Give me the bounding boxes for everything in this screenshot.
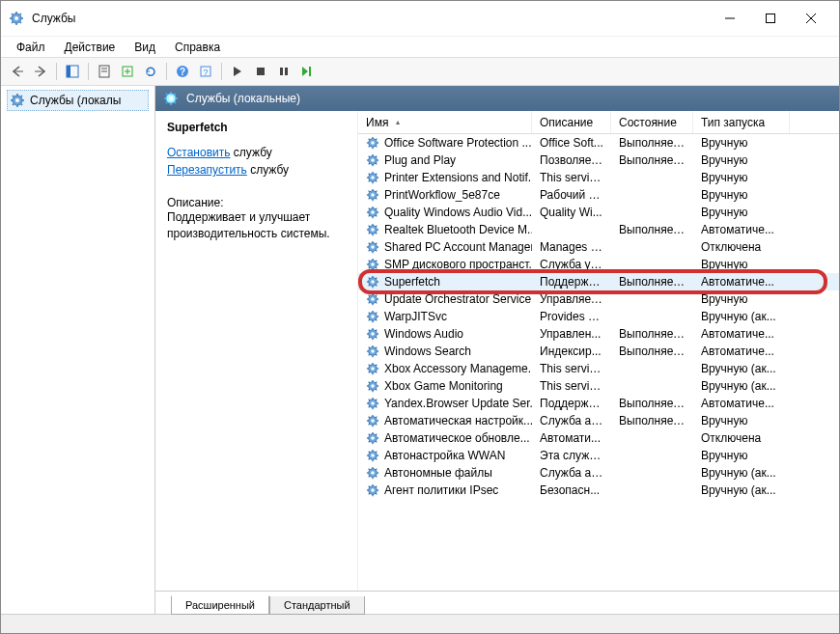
selected-service-name: Superfetch (167, 121, 346, 134)
menu-file[interactable]: Файл (9, 39, 53, 56)
service-icon (366, 136, 379, 150)
stop-link[interactable]: Остановить (167, 146, 231, 159)
service-name: Shared PC Account Manager (384, 240, 532, 254)
service-name: Printer Extensions and Notif... (384, 171, 532, 184)
col-header-description[interactable]: Описание (532, 111, 611, 133)
service-startup: Отключена (693, 431, 790, 445)
service-desc: Автомати... (532, 431, 611, 445)
service-startup: Вручную (ак... (693, 362, 790, 375)
service-rows[interactable]: Office Software Protection ...Office Sof… (358, 134, 839, 591)
col-header-startup[interactable]: Тип запуска (693, 111, 790, 133)
service-name-cell: Plug and Play (358, 153, 532, 167)
service-row[interactable]: Realtek Bluetooth Device M...Выполняется… (358, 221, 839, 238)
services-tree-icon (10, 93, 25, 108)
help-topics-button[interactable]: ? (195, 61, 216, 82)
service-state: Выполняется (611, 327, 693, 341)
service-desc: This servic... (532, 171, 611, 184)
pause-service-button[interactable] (273, 61, 294, 82)
svg-text:?: ? (203, 68, 208, 77)
service-name: Windows Audio (384, 327, 463, 341)
service-startup: Автоматиче... (693, 223, 790, 236)
service-name: Quality Windows Audio Vid... (384, 206, 532, 219)
service-icon (366, 466, 379, 480)
service-startup: Автоматиче... (693, 327, 790, 341)
service-row[interactable]: Xbox Game MonitoringThis servic...Вручну… (358, 377, 839, 395)
service-name: Realtek Bluetooth Device M... (384, 223, 532, 236)
panel-header: Службы (локальные) (155, 86, 839, 111)
service-icon (366, 188, 379, 202)
menu-help[interactable]: Справка (167, 39, 228, 56)
service-row[interactable]: Update Orchestrator ServiceУправляет...В… (358, 290, 839, 308)
service-icon (366, 258, 379, 271)
back-button[interactable] (7, 61, 28, 82)
service-row[interactable]: Агент политики IPsecБезопасн...Вручную (… (358, 482, 839, 499)
service-name-cell: Shared PC Account Manager (358, 240, 532, 254)
menu-view[interactable]: Вид (126, 39, 163, 56)
service-name-cell: Office Software Protection ... (358, 136, 532, 150)
service-row[interactable]: Printer Extensions and Notif...This serv… (358, 169, 839, 186)
tree-root-services[interactable]: Службы (локалы (7, 90, 149, 111)
minimize-button[interactable] (710, 4, 750, 33)
service-startup: Автоматиче... (693, 275, 790, 289)
help-button[interactable]: ? (172, 61, 193, 82)
refresh-button[interactable] (140, 61, 161, 82)
description-label: Описание: (167, 196, 346, 209)
service-row[interactable]: Автонастройка WWANЭта служб...Вручную (358, 447, 839, 464)
service-name-cell: Windows Audio (358, 327, 532, 341)
menu-action[interactable]: Действие (57, 39, 124, 56)
service-desc: Служба уз... (532, 258, 611, 271)
restart-service-button[interactable] (296, 61, 318, 82)
service-icon (366, 275, 379, 289)
tab-extended[interactable]: Расширенный (171, 595, 269, 615)
col-header-state[interactable]: Состояние (611, 111, 693, 133)
service-name: Автономные файлы (384, 466, 492, 480)
col-header-name[interactable]: Имя ▴ (358, 111, 532, 133)
export-button[interactable] (117, 61, 138, 82)
service-icon (366, 292, 379, 306)
restart-link[interactable]: Перезапустить (167, 163, 247, 177)
service-row[interactable]: Автоматическое обновле...Автомати...Откл… (358, 429, 839, 447)
service-row[interactable]: Windows SearchИндексир...ВыполняетсяАвто… (358, 343, 839, 360)
service-row[interactable]: PrintWorkflow_5e87ceРабочий п...Вручную (358, 186, 839, 204)
service-desc: Служба ав... (532, 466, 611, 480)
start-service-button[interactable] (227, 61, 248, 82)
service-row[interactable]: WarpJITSvcProvides a ...Вручную (ак... (358, 308, 839, 325)
service-row[interactable]: Quality Windows Audio Vid...Quality Wi..… (358, 204, 839, 221)
service-startup: Вручную (693, 449, 790, 462)
service-state: Выполняется (611, 223, 693, 236)
stop-suffix: службу (231, 146, 272, 159)
tab-standard[interactable]: Стандартный (269, 596, 365, 615)
service-row[interactable]: Plug and PlayПозволяет...ВыполняетсяВруч… (358, 152, 839, 169)
service-row[interactable]: SMP дискового пространст...Служба уз...В… (358, 256, 839, 273)
service-name: Superfetch (384, 275, 440, 289)
forward-button[interactable] (30, 61, 51, 82)
service-name: WarpJITSvc (384, 310, 447, 323)
service-icon (366, 153, 379, 167)
service-row[interactable]: Автономные файлыСлужба ав...Вручную (ак.… (358, 464, 839, 482)
maximize-button[interactable] (750, 4, 791, 33)
service-icon (366, 345, 379, 358)
stop-service-button[interactable] (250, 61, 271, 82)
service-name: SMP дискового пространст... (384, 258, 532, 271)
service-name-cell: Автономные файлы (358, 466, 532, 480)
service-icon (366, 379, 379, 393)
service-row[interactable]: Windows AudioУправлен...ВыполняетсяАвтом… (358, 325, 839, 343)
service-state: Выполняется (611, 414, 693, 427)
close-button[interactable] (791, 4, 831, 33)
service-icon (366, 223, 379, 236)
service-row[interactable]: SuperfetchПоддержи...ВыполняетсяАвтомати… (358, 273, 839, 290)
properties-button[interactable] (94, 61, 115, 82)
service-row[interactable]: Автоматическая настройк...Служба ав...Вы… (358, 412, 839, 429)
service-row[interactable]: Yandex.Browser Update Ser...Поддержи...В… (358, 395, 839, 412)
service-row[interactable]: Office Software Protection ...Office Sof… (358, 134, 839, 152)
service-row[interactable]: Shared PC Account ManagerManages p...Отк… (358, 238, 839, 256)
service-row[interactable]: Xbox Accessory Manageme...This servic...… (358, 360, 839, 377)
svg-rect-15 (67, 66, 70, 77)
service-state: Выполняется (611, 397, 693, 410)
show-hide-tree-button[interactable] (62, 61, 83, 82)
menubar: Файл Действие Вид Справка (1, 36, 839, 57)
service-startup: Вручную (693, 206, 790, 219)
service-startup: Автоматиче... (693, 345, 790, 358)
statusbar (1, 614, 839, 633)
service-desc: Поддержи... (532, 275, 611, 289)
